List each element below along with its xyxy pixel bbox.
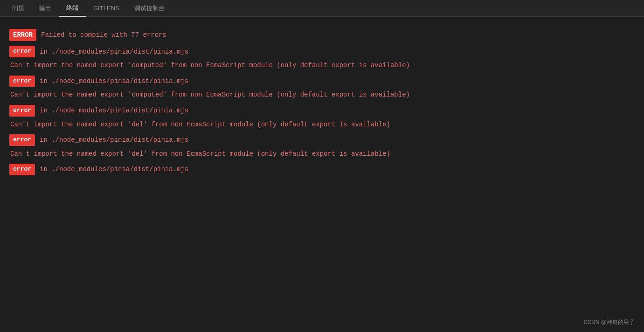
watermark: CSDN @神奇的呆子: [583, 318, 635, 326]
error-path-4: in ./node_modules/pinia/dist/pinia.mjs: [40, 135, 188, 145]
error-message-1: Can't import the named export 'computed'…: [9, 60, 635, 70]
tab-issues[interactable]: 问题: [5, 0, 32, 16]
error-message-4: Can't import the named export 'del' from…: [9, 149, 635, 159]
error-line-3: error in ./node_modules/pinia/dist/pinia…: [9, 105, 635, 117]
compile-error-message: Failed to compile with 77 errors: [41, 30, 166, 40]
tab-output[interactable]: 输出: [32, 0, 59, 16]
tab-debug-console[interactable]: 调试控制台: [127, 0, 172, 16]
error-line-5: error in ./node_modules/pinia/dist/pinia…: [9, 164, 635, 175]
error-line-2: error in ./node_modules/pinia/dist/pinia…: [9, 76, 635, 87]
error-line-1: error in ./node_modules/pinia/dist/pinia…: [9, 46, 635, 57]
error-badge-3: error: [9, 105, 35, 117]
tab-terminal[interactable]: 终端: [59, 0, 86, 17]
error-badge-4: error: [9, 134, 35, 146]
error-message-3: Can't import the named export 'del' from…: [9, 119, 635, 130]
error-path-2: in ./node_modules/pinia/dist/pinia.mjs: [40, 76, 188, 86]
error-path-1: in ./node_modules/pinia/dist/pinia.mjs: [40, 47, 188, 57]
error-path-3: in ./node_modules/pinia/dist/pinia.mjs: [40, 105, 188, 116]
error-badge-2: error: [9, 76, 35, 87]
terminal-content: ERROR Failed to compile with 77 errors e…: [0, 17, 644, 332]
error-badge-5: error: [9, 164, 35, 175]
error-badge-1: error: [9, 46, 35, 57]
error-path-5: in ./node_modules/pinia/dist/pinia.mjs: [40, 164, 188, 174]
tab-bar: 问题 输出 终端 GITLENS 调试控制台: [0, 0, 644, 17]
compile-error-line: ERROR Failed to compile with 77 errors: [9, 29, 635, 41]
error-line-4: error in ./node_modules/pinia/dist/pinia…: [9, 134, 635, 146]
error-message-2: Can't import the named export 'computed'…: [9, 90, 635, 100]
tab-gitlens[interactable]: GITLENS: [86, 1, 127, 15]
error-badge-ERROR: ERROR: [9, 29, 36, 41]
